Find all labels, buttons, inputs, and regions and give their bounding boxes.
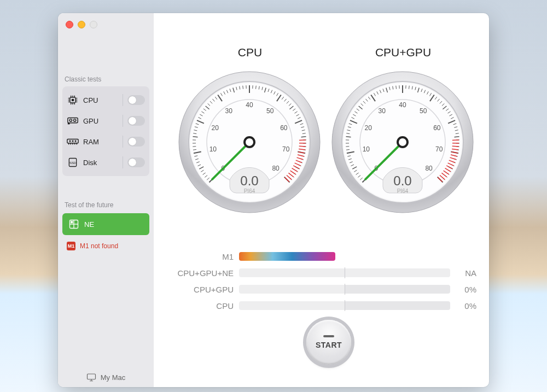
divider	[123, 136, 123, 148]
gpu-icon	[67, 115, 79, 127]
button-slot-icon	[323, 335, 334, 337]
gauge-cpu-title: CPU	[179, 46, 321, 59]
svg-line-55	[193, 137, 198, 137]
sidebar-item-gpu[interactable]: GPU	[62, 110, 149, 131]
start-button[interactable]: START	[306, 320, 351, 365]
svg-text:40: 40	[399, 101, 406, 109]
svg-text:30: 30	[225, 107, 233, 115]
svg-rect-1	[72, 99, 74, 101]
close-window-button[interactable]	[66, 21, 73, 28]
bar-label: CPU+GPU	[170, 285, 239, 294]
minimize-window-button[interactable]	[78, 21, 85, 28]
bar-row-cpu-gpu-ne: CPU+GPU+NE NA	[170, 265, 476, 281]
svg-rect-17	[68, 123, 70, 125]
sidebar-item-label: Disk	[83, 159, 118, 167]
divider	[123, 156, 123, 168]
svg-text:0.0: 0.0	[240, 173, 258, 188]
sidebar-item-label: NE	[84, 220, 94, 229]
svg-point-146	[245, 137, 254, 147]
cpu-icon	[67, 94, 79, 106]
divider	[123, 94, 123, 106]
sidebar-item-disk[interactable]: SSD Disk	[62, 152, 149, 173]
bar-row-cpu: CPU 0%	[170, 297, 476, 314]
window-controls	[58, 13, 154, 37]
cpu-toggle[interactable]	[127, 95, 145, 105]
svg-text:80: 80	[272, 165, 280, 172]
divider	[123, 115, 123, 127]
svg-line-168	[346, 137, 351, 137]
svg-text:60: 60	[280, 124, 288, 132]
svg-point-15	[69, 119, 72, 121]
bar-track	[239, 268, 450, 277]
classic-tests-heading: Classic tests	[58, 75, 154, 83]
svg-text:SSD: SSD	[69, 161, 76, 165]
gpu-toggle[interactable]	[127, 116, 145, 126]
sidebar-item-ne[interactable]: NE	[62, 213, 149, 235]
sidebar-item-label: RAM	[83, 138, 118, 146]
gauge-cpugpu: 010203040506070800.0PI64	[331, 71, 474, 214]
bar-value: 0%	[450, 301, 476, 311]
monitor-icon	[86, 373, 96, 382]
sidebar: Classic tests CPU GPU	[58, 13, 154, 387]
svg-text:80: 80	[425, 165, 433, 172]
ram-toggle[interactable]	[127, 137, 145, 147]
gauge-cpugpu-title: CPU+GPU	[332, 46, 474, 59]
svg-text:30: 30	[379, 107, 386, 115]
disk-toggle[interactable]	[127, 157, 145, 167]
m1-warning-text: M1 not found	[80, 242, 118, 250]
ne-icon	[68, 218, 80, 230]
svg-text:50: 50	[420, 107, 427, 115]
svg-line-82	[256, 86, 257, 89]
bar-row-m1: M1	[170, 248, 476, 265]
svg-line-191	[396, 86, 397, 89]
svg-text:PI64: PI64	[397, 188, 409, 194]
svg-line-195	[409, 86, 410, 89]
svg-line-123	[299, 146, 306, 147]
svg-rect-32	[71, 221, 73, 223]
bar-track	[239, 301, 450, 310]
start-label: START	[316, 341, 342, 349]
progress-bars: M1 CPU+GPU+NE NA CPU+GPU 0% CPU 0%	[170, 248, 476, 314]
svg-rect-33	[87, 374, 95, 379]
m1-badge-icon: M1	[67, 242, 75, 250]
svg-text:20: 20	[211, 124, 219, 132]
svg-point-259	[398, 137, 408, 147]
svg-rect-26	[75, 141, 77, 142]
main-panel: CPU CPU+GPU 010203040506070800.0PI64 010…	[154, 13, 489, 387]
svg-rect-24	[69, 141, 71, 142]
m1-warning: M1 M1 not found	[58, 235, 154, 250]
svg-point-16	[73, 119, 75, 121]
svg-line-78	[243, 86, 243, 89]
svg-text:40: 40	[246, 101, 253, 109]
svg-text:0.0: 0.0	[393, 173, 411, 188]
sidebar-item-ram[interactable]: RAM	[62, 131, 149, 152]
bar-row-cpu-gpu: CPU+GPU 0%	[170, 281, 476, 297]
svg-line-236	[452, 146, 459, 147]
sidebar-item-cpu[interactable]: CPU	[62, 90, 149, 110]
gauge-cpu: 010203040506070800.0PI64	[178, 71, 321, 214]
svg-line-105	[301, 137, 306, 137]
bar-value: 0%	[450, 285, 476, 294]
svg-text:60: 60	[433, 124, 441, 132]
svg-text:20: 20	[364, 124, 372, 132]
sidebar-item-label: GPU	[83, 117, 118, 125]
bar-value: NA	[450, 268, 476, 278]
ram-icon	[67, 136, 79, 148]
svg-text:10: 10	[210, 145, 217, 153]
svg-rect-25	[72, 141, 74, 142]
svg-line-218	[455, 137, 459, 137]
svg-text:50: 50	[266, 107, 274, 115]
my-mac-button[interactable]: My Mac	[58, 373, 154, 382]
classic-tests-list: CPU GPU RAM	[62, 86, 149, 176]
bar-label: CPU	[170, 301, 239, 311]
sidebar-item-label: CPU	[83, 96, 118, 104]
disk-icon: SSD	[67, 156, 79, 168]
svg-text:70: 70	[435, 145, 443, 153]
bar-label: CPU+GPU+NE	[170, 268, 239, 278]
svg-text:10: 10	[363, 145, 370, 153]
app-window: Classic tests CPU GPU	[58, 13, 489, 387]
zoom-window-button[interactable]	[90, 21, 97, 28]
m1-gradient-bar	[239, 252, 335, 261]
footer-label: My Mac	[101, 373, 126, 382]
bar-track	[239, 285, 450, 294]
